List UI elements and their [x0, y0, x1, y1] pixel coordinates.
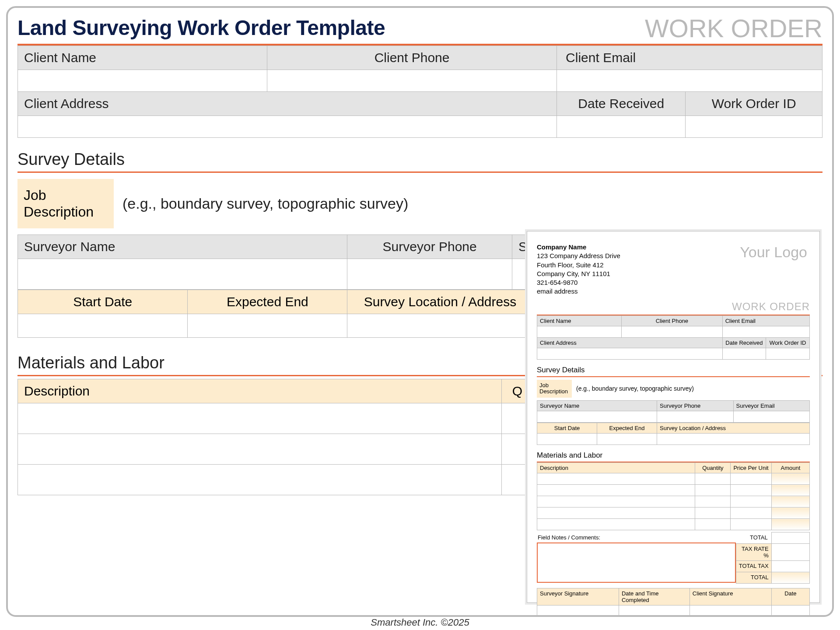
thumb-qty-label: Quantity: [695, 463, 731, 473]
thumb-job-row: Job Description (e.g., boundary survey, …: [537, 380, 810, 398]
survey-location-field[interactable]: [347, 314, 533, 337]
survey-location-label: Survey Location / Address: [347, 290, 533, 314]
thumb-client-address-label: Client Address: [537, 337, 723, 348]
work-order-mark: WORK ORDER: [645, 16, 822, 41]
thumb-client-sig-label: Client Signature: [690, 588, 771, 606]
client-email-field[interactable]: [557, 70, 822, 92]
template-frame: Land Surveying Work Order Template WORK …: [6, 6, 834, 617]
thumb-datetime-label: Date and Time Completed: [619, 588, 690, 606]
surveyor-phone-field[interactable]: [347, 259, 512, 289]
thumb-surveyor-email-label: Surveyor Email: [733, 401, 809, 411]
job-description-hint: (e.g., boundary survey, topographic surv…: [114, 173, 822, 234]
thumb-notes-box[interactable]: [537, 542, 736, 583]
thumbnail-preview: Company Name 123 Company Address Drive F…: [527, 231, 820, 603]
company-email: email address: [537, 287, 810, 296]
job-description-label: Job Description: [18, 179, 114, 228]
surveyor-name-label: Surveyor Name: [18, 234, 347, 259]
thumb-price-label: Price Per Unit: [731, 463, 771, 473]
thumb-surveyor-sig-label: Surveyor Signature: [537, 588, 619, 606]
work-order-id-label: Work Order ID: [686, 92, 822, 116]
header-row: Land Surveying Work Order Template WORK …: [18, 16, 822, 41]
footer-text: Smartsheet Inc. ©2025: [0, 617, 840, 628]
surveyor-name-field[interactable]: [18, 259, 347, 289]
client-name-label: Client Name: [18, 46, 267, 70]
thumb-date-received-label: Date Received: [722, 337, 766, 348]
thumb-work-order-id-label: Work Order ID: [766, 337, 810, 348]
start-date-label: Start Date: [18, 290, 188, 314]
thumb-amount-label: Amount: [771, 463, 809, 473]
materials-row-3-desc[interactable]: [18, 464, 502, 495]
client-address-label: Client Address: [18, 92, 557, 116]
date-received-label: Date Received: [557, 92, 686, 116]
document-title: Land Surveying Work Order Template: [18, 16, 385, 40]
date-received-field[interactable]: [557, 116, 686, 138]
thumb-rule-2: [537, 376, 810, 377]
thumb-job-label: Job Description: [537, 380, 572, 398]
thumb-surveyor-phone-label: Surveyor Phone: [657, 401, 733, 411]
thumb-materials-table: Description Quantity Price Per Unit Amou…: [537, 462, 810, 530]
client-info-table: Client Name Client Phone Client Email Cl…: [18, 46, 822, 138]
survey-details-title: Survey Details: [18, 150, 822, 169]
materials-row-2-desc[interactable]: [18, 434, 502, 464]
thumb-notes-label: Field Notes / Comments:: [537, 532, 736, 542]
client-phone-field[interactable]: [267, 70, 557, 92]
surveyor-phone-label: Surveyor Phone: [347, 234, 512, 259]
thumb-signature-table: Surveyor Signature Date and Time Complet…: [537, 588, 810, 617]
thumb-start-date-label: Start Date: [537, 423, 597, 434]
thumb-client-phone-label: Client Phone: [622, 315, 723, 326]
materials-description-label: Description: [18, 379, 502, 403]
thumb-client-email-label: Client Email: [722, 315, 809, 326]
thumb-job-hint: (e.g., boundary survey, topographic surv…: [572, 380, 810, 398]
thumb-client-name-label: Client Name: [537, 315, 622, 326]
thumb-location-label: Survey Location / Address: [657, 423, 810, 434]
company-phone: 321-654-9870: [537, 278, 810, 287]
materials-row-1-desc[interactable]: [18, 403, 502, 434]
start-date-field[interactable]: [18, 314, 188, 337]
thumb-date-label: Date: [771, 588, 809, 606]
expected-end-label: Expected End: [188, 290, 347, 314]
surveyor-table: Surveyor Name Surveyor Phone S: [18, 234, 533, 290]
thumb-client-table: Client Name Client Phone Client Email Cl…: [537, 315, 810, 360]
thumb-total-label: TOTAL: [736, 532, 771, 544]
job-description-row: Job Description (e.g., boundary survey, …: [18, 173, 822, 234]
thumb-expected-end-label: Expected End: [597, 423, 657, 434]
thumb-desc-label: Description: [537, 463, 695, 473]
thumb-survey-title: Survey Details: [537, 366, 810, 374]
thumb-surveyor-table: Surveyor Name Surveyor Phone Surveyor Em…: [537, 400, 810, 423]
thumb-materials-title: Materials and Labor: [537, 451, 810, 460]
company-addr3: Company City, NY 11101: [537, 270, 810, 278]
expected-end-field[interactable]: [188, 314, 347, 337]
work-order-id-field[interactable]: [686, 116, 822, 138]
client-name-field[interactable]: [18, 70, 267, 92]
company-addr2: Fourth Floor, Suite 412: [537, 261, 810, 270]
thumb-totals-table: Field Notes / Comments: TOTAL TAX RATE %…: [537, 532, 810, 584]
thumb-total-tax-label: TOTAL TAX: [736, 561, 771, 572]
dates-table: Start Date Expected End Survey Location …: [18, 290, 533, 338]
thumb-tax-rate-label: TAX RATE %: [736, 544, 771, 561]
thumb-surveyor-name-label: Surveyor Name: [537, 401, 657, 411]
thumb-work-order-mark: WORK ORDER: [537, 301, 810, 313]
client-email-label: Client Email: [557, 46, 822, 70]
thumb-dates-table: Start Date Expected End Survey Location …: [537, 423, 810, 445]
client-phone-label: Client Phone: [267, 46, 557, 70]
client-address-field[interactable]: [18, 116, 557, 138]
materials-table: Description Q: [18, 379, 533, 495]
logo-placeholder: Your Logo: [740, 244, 807, 261]
thumb-grand-total-label: TOTAL: [736, 572, 771, 584]
